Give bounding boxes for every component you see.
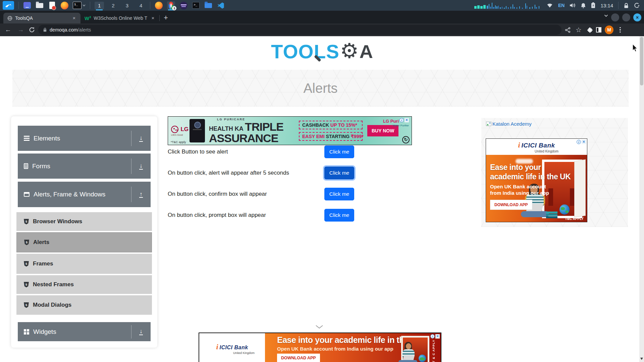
bookmark-star-button[interactable]: ☆ [574,26,583,34]
expand-down-icon: ↓ [139,163,143,170]
back-button[interactable]: ← [3,26,13,34]
workspace-2[interactable]: 2 [108,2,118,9]
logout-power-icon[interactable] [634,2,640,8]
scrollbar-down-arrow[interactable] [640,358,643,360]
icici-bank-name: ICICI Bank [220,345,248,351]
timer-alert-button-focused[interactable]: Click me [324,167,354,179]
vscode-icon [217,2,224,9]
vscode-task[interactable] [217,1,225,9]
terminal-icon: $_ [73,2,82,9]
profile-avatar[interactable]: M [605,25,613,34]
ad-collapse-chevron-icon[interactable] [315,324,324,329]
alert-button[interactable]: Click me [324,145,354,158]
kali-dragon-icon [5,2,12,8]
side-panel-button[interactable] [596,27,601,33]
logo-text-a: A [359,41,373,62]
sidebar-item-modal-dialogs[interactable]: 5 Modal Dialogs [16,295,152,315]
window-manager-launcher[interactable] [23,1,31,9]
browser-menu-button[interactable] [617,27,624,33]
tab-close-button[interactable]: × [71,15,77,21]
ad-close-icon[interactable]: × [435,334,440,339]
maximize-button[interactable] [622,13,630,21]
download-app-button[interactable]: DOWNLOAD APP [277,354,320,362]
ad-replay-icon[interactable]: ↻ [402,136,410,143]
clock[interactable]: 13:14 [600,3,613,8]
group-label: Widgets [33,328,131,336]
workspace-4[interactable]: 4 [136,2,146,9]
text-editor-launcher[interactable] [48,1,56,9]
tab-search-chevron-icon[interactable] [604,14,608,17]
ad-close-icon[interactable]: × [582,140,586,144]
adchoices-info-icon[interactable]: i [399,118,404,122]
adchoices-info-icon[interactable]: i [577,140,581,144]
share-icon[interactable] [565,27,571,33]
reload-button[interactable] [29,27,35,33]
close-window-button[interactable]: × [633,13,641,21]
sidebar-group-forms[interactable]: Forms ↓ [18,154,151,179]
wifi-icon[interactable] [546,3,553,8]
prompt-button[interactable]: Click me [324,209,354,222]
html5-shield-icon: 5 [24,219,29,225]
keyboard-layout-indicator[interactable]: EN [558,3,565,8]
chromium-task-active[interactable]: 3 [167,1,175,9]
sidebar: Elements ↓ Forms ↓ Alerts, Frame & Windo… [11,116,157,348]
battery-icon[interactable] [591,2,595,8]
toolsqa-logo[interactable]: TOOLS ⚙ A [0,40,644,63]
ad-close-icon[interactable]: × [405,118,409,122]
icici-bottom-anchor-ad[interactable]: i ICICI Bank United Kingdom Ease into yo… [199,333,441,362]
terminal-prompt-glyph: $_ [74,3,78,6]
sidebar-group-alerts-frame-windows[interactable]: Alerts, Frame & Windows ↑ [18,182,151,207]
url-path: /alerts [78,27,91,33]
taskbar-separator [618,2,619,9]
sidebar-item-browser-windows[interactable]: 5 Browser Windows [16,212,152,231]
page-scrollbar[interactable] [639,36,644,362]
tab-toolsqa[interactable]: ToolsQA × [3,13,80,23]
terminal-launcher[interactable]: $_ [73,1,86,9]
notifications-bell-icon[interactable] [581,3,586,8]
adchoices-info-icon[interactable]: i [430,334,435,339]
confirm-button[interactable]: Click me [324,188,354,200]
system-tray: EN 13:14 [474,1,641,9]
expand-down-icon: ↓ [139,328,143,335]
new-tab-button[interactable]: + [160,13,173,23]
forward-button[interactable]: → [16,26,25,34]
extensions-puzzle-icon[interactable] [587,27,593,33]
lg-banner-ad[interactable]: LG Life's Good LG PURICARE HEALTH KA TRI… [168,116,412,145]
window-controls: × [602,13,641,21]
konsole-task[interactable]: >_ [192,1,200,9]
firefox-launcher[interactable] [60,1,68,9]
firefox-icon [61,2,68,9]
workspace-1[interactable]: 1 [95,2,104,9]
file-manager-launcher[interactable] [36,1,44,9]
taskbar-separator [150,2,150,9]
minimize-button[interactable] [611,13,619,21]
kali-menu-button[interactable] [3,1,14,10]
sidebar-item-alerts-selected[interactable]: 5 Alerts [16,232,152,252]
expand-control: ↓ [131,325,151,339]
sidebar-group-widgets[interactable]: Widgets ↓ [18,322,151,341]
timer-alert-description: On button click, alert will appear after… [168,170,324,176]
sidebar-group-elements[interactable]: Elements ↓ [18,126,151,151]
books-graphic [546,214,557,216]
lg-ad-corner: LG Purii× Water Purifier [383,118,409,127]
katalon-broken-image-link[interactable]: Katalon Acedemy [486,121,532,127]
lg-logo: LG Life's Good [168,126,189,136]
network-activity-graph[interactable] [474,1,541,9]
lg-brand-text: LG [180,126,189,132]
volume-icon[interactable] [570,3,576,8]
lock-screen-icon[interactable] [624,3,629,8]
files-task[interactable] [204,1,212,9]
firefox-task[interactable] [155,1,163,9]
address-bar[interactable]: demoqa.com/alerts [38,25,561,35]
tab-w3schools[interactable]: W3 W3Schools Online Web Tu × [80,13,159,23]
download-app-button[interactable]: DOWNLOAD APP [490,200,532,210]
sidebar-item-nested-frames[interactable]: 5 Nested Frames [16,275,152,294]
browser-toolbar: ← → demoqa.com/alerts ☆ M [0,23,644,36]
eclipse-task[interactable] [179,1,187,9]
padlock-icon[interactable] [43,27,47,32]
scrollbar-thumb[interactable] [640,37,643,85]
icici-side-ad[interactable]: i ICICI Bank United Kingdom i × [486,138,587,222]
sidebar-item-frames[interactable]: 5 Frames [16,254,152,274]
workspace-3[interactable]: 3 [122,2,132,9]
tab-close-button[interactable]: × [150,15,156,21]
